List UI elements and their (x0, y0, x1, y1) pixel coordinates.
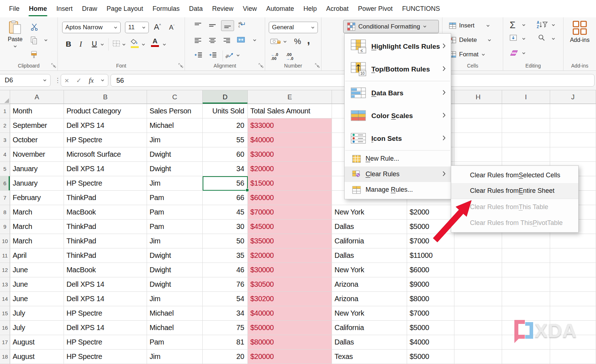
decrease-indent-button[interactable] (194, 52, 202, 58)
cut-button[interactable] (30, 23, 38, 31)
delete-cells-button[interactable]: Delete (449, 35, 491, 46)
autosum-button[interactable]: Σ (510, 20, 515, 31)
cell-C3[interactable]: Jim (147, 133, 203, 147)
cell-A4[interactable]: November (10, 147, 64, 162)
increase-font-size-button[interactable]: A^ (154, 22, 161, 32)
cell-I14[interactable] (502, 292, 550, 306)
cell-E11[interactable]: $20000 (248, 248, 332, 263)
number-dialog-launcher[interactable] (315, 63, 320, 68)
cell-B1[interactable]: Product Category (64, 104, 147, 118)
font-name-select[interactable]: Aptos Narrow (62, 22, 121, 33)
cell-H3[interactable] (454, 133, 502, 147)
cell-A13[interactable]: June (10, 277, 64, 292)
cell-G11[interactable]: $11000 (407, 248, 454, 263)
borders-chevron-icon[interactable] (122, 43, 126, 46)
cell-G9[interactable]: $5000 (407, 220, 454, 234)
cell-A1[interactable]: Month (10, 104, 64, 118)
cell-A16[interactable]: July (10, 321, 64, 335)
cell-G15[interactable]: $7000 (407, 306, 454, 321)
cell-B2[interactable]: Dell XPS 14 (64, 118, 147, 133)
align-center-button[interactable] (209, 38, 216, 43)
sort-filter-button[interactable]: AZ (536, 20, 548, 29)
cell-D6[interactable]: 56 (203, 176, 248, 191)
find-chevron-icon[interactable] (552, 38, 555, 40)
merge-chevron-icon[interactable] (253, 39, 256, 42)
cell-J15[interactable] (550, 306, 596, 321)
cell-E8[interactable]: $70000 (248, 205, 332, 220)
row-header-3[interactable]: 3 (0, 133, 10, 147)
cell-D16[interactable]: 75 (203, 321, 248, 335)
cell-D3[interactable]: 55 (203, 133, 248, 147)
submenu-item-clear-rules-selected-cells[interactable]: Clear Rules from Selected Cells (451, 167, 578, 183)
cell-E10[interactable]: $35000 (248, 234, 332, 248)
font-color-chevron-icon[interactable] (163, 43, 166, 46)
cell-A15[interactable]: July (10, 306, 64, 321)
cell-B6[interactable]: HP Spectre (64, 176, 147, 191)
sort-filter-chevron-icon[interactable] (552, 24, 555, 26)
insert-cells-button[interactable]: Insert (449, 20, 490, 31)
cell-J11[interactable] (550, 248, 596, 263)
orientation-button[interactable]: ab (225, 51, 234, 58)
menu-tab-view[interactable]: View (238, 0, 262, 17)
cell-C9[interactable]: Pam (147, 220, 203, 234)
menu-item-top-bottom-rules[interactable]: 10Top/Bottom Rules (345, 58, 451, 81)
align-bottom-button[interactable] (221, 20, 234, 31)
cell-E7[interactable]: $60000 (248, 191, 332, 205)
cell-B17[interactable]: HP Spectre (64, 335, 147, 350)
cell-C13[interactable]: Dwight (147, 277, 203, 292)
row-header-2[interactable]: 2 (0, 118, 10, 133)
cell-F10[interactable]: California (332, 234, 407, 248)
cell-E14[interactable]: $30200 (248, 292, 332, 306)
accounting-format-button[interactable] (270, 38, 281, 46)
cell-E5[interactable]: $20000 (248, 162, 332, 176)
copy-chevron-icon[interactable] (44, 39, 48, 42)
cell-C1[interactable]: Sales Person (147, 104, 203, 118)
autosum-chevron-icon[interactable] (522, 24, 526, 26)
decrease-font-size-button[interactable]: Aˇ (169, 24, 174, 31)
cell-D10[interactable]: 50 (203, 234, 248, 248)
cell-A12[interactable]: June (10, 263, 64, 277)
cell-H16[interactable] (454, 321, 502, 335)
cell-H10[interactable] (454, 234, 502, 248)
menu-item-color-scales[interactable]: Color Scales (345, 104, 451, 127)
cell-F18[interactable]: Texas (332, 350, 407, 364)
cell-J4[interactable] (550, 147, 596, 162)
conditional-formatting-button[interactable]: Conditional Formatting (343, 20, 439, 33)
cell-E4[interactable]: $30000 (248, 147, 332, 162)
cell-F14[interactable]: Arizona (332, 292, 407, 306)
cell-D11[interactable]: 35 (203, 248, 248, 263)
cell-I1[interactable] (502, 104, 550, 118)
column-header-a[interactable]: A (10, 90, 64, 104)
cell-I2[interactable] (502, 118, 550, 133)
align-middle-button[interactable] (209, 22, 216, 28)
cell-J12[interactable] (550, 263, 596, 277)
cell-H11[interactable] (454, 248, 502, 263)
submenu-item-clear-rules-entire-sheet[interactable]: Clear Rules from Entire Sheet (451, 183, 578, 199)
cell-J18[interactable] (550, 350, 596, 364)
select-all-corner[interactable] (0, 90, 10, 104)
column-header-h[interactable]: H (454, 90, 502, 104)
row-header-13[interactable]: 13 (0, 277, 10, 292)
menu-tab-formulas[interactable]: Formulas (148, 0, 184, 17)
cell-D2[interactable]: 20 (203, 118, 248, 133)
menu-tab-page-layout[interactable]: Page Layout (102, 0, 148, 17)
cell-E1[interactable]: Total Sales Amount (248, 104, 332, 118)
menu-tab-automate[interactable]: Automate (262, 0, 299, 17)
cell-E3[interactable]: $40000 (248, 133, 332, 147)
menu-tab-data[interactable]: Data (184, 0, 207, 17)
menu-tab-acrobat[interactable]: Acrobat (321, 0, 353, 17)
cell-C11[interactable]: Dwight (147, 248, 203, 263)
cell-J1[interactable] (550, 104, 596, 118)
alignment-dialog-launcher[interactable] (259, 63, 263, 68)
borders-button[interactable] (113, 40, 120, 47)
cell-A8[interactable]: March (10, 205, 64, 220)
menu-tab-power-pivot[interactable]: Power Pivot (353, 0, 397, 17)
cell-I15[interactable] (502, 306, 550, 321)
cell-G12[interactable]: $6000 (407, 263, 454, 277)
formula-bar-grip[interactable]: ⋮ (55, 77, 61, 84)
column-header-d[interactable]: D (203, 90, 248, 104)
font-color-button[interactable]: A (151, 38, 159, 47)
cell-A6[interactable]: January (10, 176, 64, 191)
cell-F8[interactable]: New York (332, 205, 407, 220)
cell-E18[interactable]: $20000 (248, 350, 332, 364)
